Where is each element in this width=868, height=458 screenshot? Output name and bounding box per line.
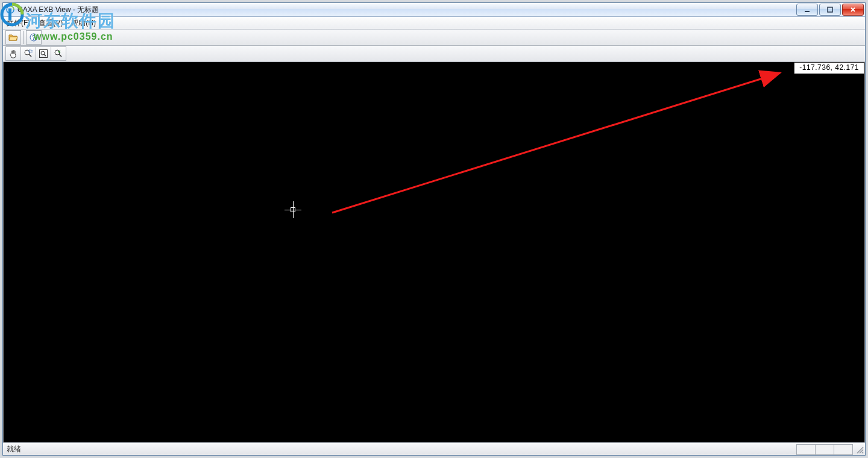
status-panes bbox=[797, 444, 853, 455]
window-title: CAXA EXB View - 无标题 bbox=[17, 5, 796, 15]
crosshair-cursor bbox=[285, 201, 301, 218]
zoom-all-button[interactable] bbox=[36, 46, 51, 61]
magnifier-window-icon bbox=[24, 49, 33, 58]
app-window: CAXA EXB View - 无标题 文件(F) 查看(V) 帮助(H) bbox=[2, 2, 866, 456]
statusbar: 就绪 bbox=[3, 442, 865, 455]
resize-grip-icon[interactable] bbox=[855, 445, 864, 454]
zoom-prev-button[interactable] bbox=[51, 46, 66, 61]
drawing-canvas[interactable]: -117.736, 42.171 bbox=[3, 62, 865, 442]
toolbar-separator bbox=[23, 31, 24, 44]
hand-pan-icon bbox=[8, 49, 18, 58]
menu-help[interactable]: 帮助(H) bbox=[71, 17, 96, 29]
magnifier-prev-icon bbox=[54, 49, 63, 58]
help-icon: ? bbox=[30, 33, 38, 42]
pan-button[interactable] bbox=[5, 46, 21, 61]
svg-rect-1 bbox=[805, 11, 810, 12]
status-pane bbox=[815, 444, 834, 455]
svg-rect-2 bbox=[828, 7, 832, 12]
svg-line-13 bbox=[332, 73, 780, 213]
menubar: 文件(F) 查看(V) 帮助(H) bbox=[3, 17, 865, 30]
menu-view[interactable]: 查看(V) bbox=[39, 17, 63, 29]
open-button[interactable] bbox=[5, 30, 21, 45]
status-pane bbox=[834, 444, 853, 455]
svg-line-10 bbox=[44, 54, 46, 56]
about-button[interactable]: ? bbox=[26, 30, 42, 45]
window-controls bbox=[796, 4, 864, 16]
status-text: 就绪 bbox=[7, 444, 21, 454]
svg-line-6 bbox=[29, 54, 31, 57]
close-button[interactable] bbox=[842, 4, 864, 16]
svg-line-12 bbox=[59, 54, 61, 57]
titlebar[interactable]: CAXA EXB View - 无标题 bbox=[3, 3, 865, 17]
annotation-arrow bbox=[4, 62, 865, 442]
svg-text:?: ? bbox=[32, 34, 36, 41]
coordinate-readout: -117.736, 42.171 bbox=[794, 62, 864, 74]
zoom-window-button[interactable] bbox=[20, 46, 36, 61]
toolbar-standard: ? bbox=[3, 30, 865, 46]
maximize-button[interactable] bbox=[819, 4, 841, 16]
status-pane bbox=[796, 444, 816, 455]
svg-point-5 bbox=[25, 50, 30, 55]
folder-open-icon bbox=[8, 33, 18, 42]
toolbar-view bbox=[3, 46, 865, 62]
magnifier-all-icon bbox=[39, 49, 48, 58]
minimize-button[interactable] bbox=[796, 4, 818, 16]
menu-file[interactable]: 文件(F) bbox=[7, 17, 30, 29]
app-icon bbox=[5, 5, 15, 14]
